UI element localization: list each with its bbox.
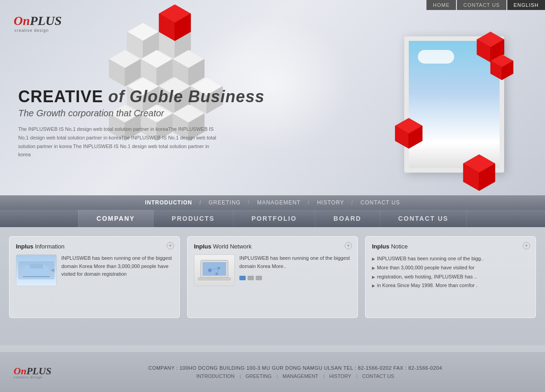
- subnav1-management[interactable]: MANAGEMENT: [249, 199, 309, 206]
- menu-company[interactable]: COMPANY: [78, 210, 154, 227]
- logo: OnPLUS creative design: [14, 14, 62, 33]
- menu-contact[interactable]: CONTACT US: [380, 210, 467, 227]
- card-network-plus[interactable]: +: [345, 242, 352, 249]
- page-dot-2[interactable]: [248, 276, 254, 280]
- svg-rect-51: [30, 264, 43, 268]
- logo-text: OnPLUS: [14, 14, 62, 28]
- menu-portfolio[interactable]: PORTFOLIO: [233, 210, 316, 227]
- hero-subheadline: The Growth corporation that Creator: [18, 108, 264, 119]
- card-info-text: INPLUSWEB has been running one of the bi…: [61, 254, 173, 286]
- footer-nav-introduction[interactable]: INTRODUCTION: [191, 373, 240, 379]
- hero-body: The INPLUSWEB IS No.1 design web total s…: [18, 125, 218, 159]
- top-navigation: HOME CONTACT US ENGLISH: [426, 0, 545, 10]
- svg-rect-54: [203, 262, 226, 276]
- card-info-image: [16, 254, 57, 286]
- footer-logo-on: On: [14, 365, 26, 377]
- card-notice-title: Inplus Notice: [372, 243, 529, 250]
- subnav1-greeting[interactable]: GREETING: [200, 199, 249, 206]
- door-illustration: [391, 27, 518, 182]
- card-info-content: INPLUSWEB has been running one of the bi…: [16, 254, 173, 286]
- svg-rect-55: [198, 278, 231, 280]
- hero-section: OnPLUS creative design: [0, 0, 545, 195]
- footer-info: COMPANY : 100HO DCONG BUILDING 100-3 MU …: [59, 365, 531, 379]
- footer-nav-greeting[interactable]: GREETING: [240, 373, 277, 379]
- plane-icon: [18, 257, 54, 284]
- footer-nav-contact[interactable]: CONTACT US: [357, 373, 400, 379]
- main-menu: COMPANY PRODUCTS PORTFOLIO BOARD CONTACT…: [0, 210, 545, 227]
- logo-brand-on: On: [14, 14, 30, 28]
- footer-nav-management[interactable]: MANAGEMENT: [277, 373, 324, 379]
- page-dot-1[interactable]: [239, 276, 246, 280]
- footer-logo: OnPLUS creative design: [14, 365, 59, 379]
- card-notice-plus[interactable]: +: [523, 242, 530, 249]
- card-network-content: INPLUSWEB has been running one of the bi…: [194, 254, 351, 286]
- footer-tagline: creative design: [14, 375, 59, 379]
- hero-text: CREATIVE of Globle Business The Growth c…: [18, 87, 264, 159]
- subnav-introduction: INTRODUCTION GREETING MANAGEMENT HISTORY…: [0, 195, 545, 210]
- card-network-title: Inplus World Network: [194, 243, 351, 250]
- subnav1-introduction[interactable]: INTRODUCTION: [137, 199, 200, 206]
- footer-nav: INTRODUCTION GREETING MANAGEMENT HISTORY…: [59, 373, 531, 379]
- notice-item-4: in Korea Since May 1998. More than comfo…: [372, 281, 529, 290]
- card-network: Inplus World Network + INPLUSWEB has bee: [187, 236, 358, 318]
- notice-list: INPLUSWEB has been running one of the bi…: [372, 254, 529, 290]
- footer-nav-history[interactable]: HISTORY: [324, 373, 357, 379]
- logo-tagline: creative design: [15, 28, 62, 33]
- nav-english[interactable]: ENGLISH: [507, 0, 545, 10]
- notice-item-2: More than 3,000,000 people have visited …: [372, 263, 529, 273]
- hero-headline: CREATIVE of Globle Business: [18, 87, 264, 106]
- card-network-image: [194, 254, 235, 286]
- notice-item-1: INPLUSWEB has been running one of the bi…: [372, 254, 529, 263]
- card-info-plus[interactable]: +: [167, 242, 174, 249]
- card-notice: Inplus Notice + INPLUSWEB has been runni…: [365, 236, 536, 318]
- hero-headline-rest: of Globle Business: [103, 87, 264, 106]
- laptop-icon: [196, 257, 233, 284]
- card-network-text: INPLUSWEB has been running one of the bi…: [239, 254, 351, 270]
- card-info-title: Inplus Information: [16, 243, 173, 250]
- card-network-right: INPLUSWEB has been running one of the bi…: [239, 254, 351, 286]
- card-information: Inplus Information + INPLUSWEB has been …: [9, 236, 180, 318]
- menu-products[interactable]: PRODUCTS: [154, 210, 233, 227]
- logo-brand-plus: PLUS: [30, 14, 62, 28]
- menu-board[interactable]: BOARD: [315, 210, 380, 227]
- red-cubes-door-svg: [391, 27, 518, 191]
- footer: OnPLUS creative design COMPANY : 100HO D…: [0, 352, 545, 392]
- footer-company-info: COMPANY : 100HO DCONG BUILDING 100-3 MU …: [59, 365, 531, 371]
- notice-item-3: registration, web hosting, INPLUSWEB has…: [372, 273, 529, 282]
- subnav1-contact[interactable]: CONTACT US: [352, 199, 408, 206]
- card-pagination: [239, 276, 351, 280]
- nav-contact[interactable]: CONTACT US: [457, 0, 506, 10]
- content-area: Inplus Information + INPLUSWEB has been …: [0, 227, 545, 345]
- hero-headline-bold: CREATIVE: [18, 87, 103, 106]
- nav-home[interactable]: HOME: [426, 0, 456, 10]
- page-dot-3[interactable]: [256, 276, 262, 280]
- subnav1-history[interactable]: HISTORY: [309, 199, 352, 206]
